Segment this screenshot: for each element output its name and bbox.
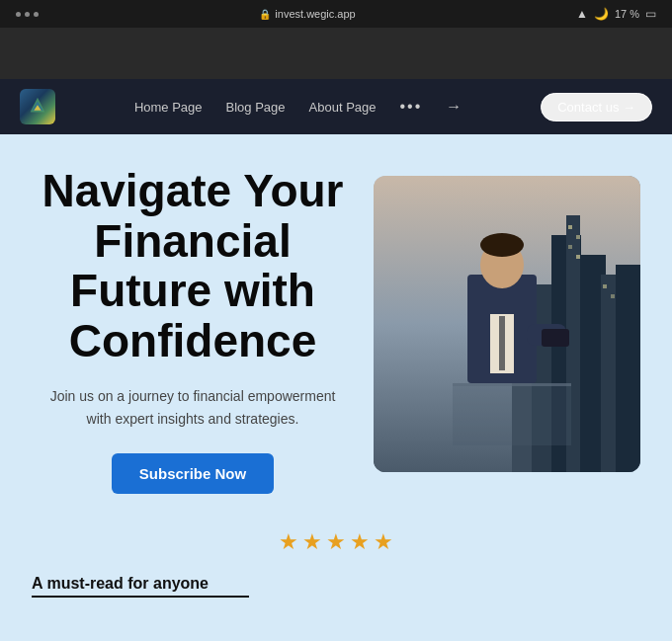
dot3 [34, 12, 39, 17]
url-bar: 🔒 invest.wegic.app [259, 8, 355, 20]
svg-point-21 [480, 233, 524, 257]
star-rating: ★ ★ ★ ★ ★ [32, 529, 640, 555]
hero-subtitle: Join us on a journey to financial empowe… [32, 385, 354, 430]
hero-title: Navigate Your Financial Future with Conf… [32, 166, 354, 365]
city-skyline-svg [374, 176, 640, 472]
status-dots [16, 12, 39, 17]
review-underline [32, 596, 249, 598]
nav-about[interactable]: About Page [309, 100, 377, 115]
nav-links: Home Page Blog Page About Page ••• → [55, 98, 541, 116]
svg-rect-23 [499, 316, 505, 370]
logo-icon [27, 96, 48, 118]
svg-rect-18 [453, 386, 571, 445]
star-5: ★ [374, 529, 393, 555]
hero-left: Navigate Your Financial Future with Conf… [32, 166, 354, 494]
hero-section: Navigate Your Financial Future with Conf… [0, 134, 672, 514]
star-2: ★ [302, 529, 322, 555]
svg-rect-15 [603, 284, 607, 288]
svg-rect-8 [616, 265, 640, 472]
moon-icon: 🌙 [594, 7, 609, 21]
svg-rect-16 [611, 294, 615, 298]
star-4: ★ [350, 529, 370, 555]
star-1: ★ [279, 529, 298, 555]
nav-bar: Home Page Blog Page About Page ••• → Con… [0, 79, 672, 134]
lock-icon: 🔒 [259, 9, 271, 20]
nav-blog[interactable]: Blog Page [226, 100, 286, 115]
battery-text: 17 % [615, 8, 639, 20]
svg-rect-14 [576, 255, 580, 259]
review-text: A must-read for anyone [0, 575, 672, 593]
hero-image [374, 176, 640, 472]
website-content: Home Page Blog Page About Page ••• → Con… [0, 79, 672, 641]
svg-rect-25 [542, 329, 569, 347]
nav-arrow: → [446, 98, 462, 116]
url-text: invest.wegic.app [275, 8, 355, 20]
star-3: ★ [326, 529, 346, 555]
nav-more-dots[interactable]: ••• [400, 98, 423, 116]
browser-bar [0, 28, 672, 79]
status-right: ▲ 🌙 17 % ▭ [576, 7, 656, 21]
stars-section: ★ ★ ★ ★ ★ [0, 514, 672, 575]
nav-logo[interactable] [20, 89, 55, 124]
svg-rect-12 [576, 235, 580, 239]
hero-image-placeholder [374, 176, 640, 472]
wifi-icon: ▲ [576, 7, 588, 21]
svg-rect-13 [568, 245, 572, 249]
contact-us-button[interactable]: Contact us → [541, 93, 652, 121]
dot2 [25, 12, 30, 17]
status-bar: 🔒 invest.wegic.app ▲ 🌙 17 % ▭ [0, 0, 672, 28]
subscribe-now-button[interactable]: Subscribe Now [112, 453, 274, 494]
dot1 [16, 12, 21, 17]
nav-home[interactable]: Home Page [134, 100, 203, 115]
battery-icon: ▭ [645, 7, 656, 21]
svg-rect-11 [568, 225, 572, 229]
svg-rect-17 [453, 383, 571, 386]
